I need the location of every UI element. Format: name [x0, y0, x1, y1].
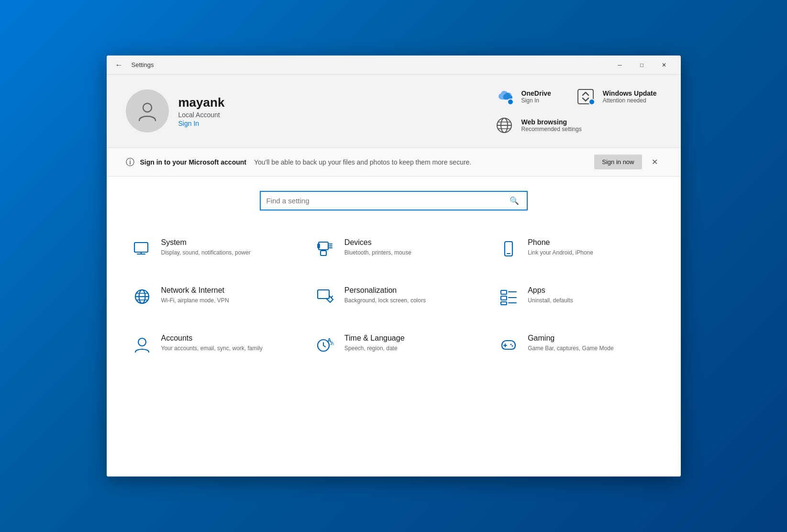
devices-setting[interactable]: Devices Bluetooth, printers, mouse [309, 230, 478, 268]
apps-name: Apps [528, 286, 573, 295]
apps-text: Apps Uninstall, defaults [528, 286, 573, 305]
windows-update-name: Windows Update [603, 89, 657, 97]
settings-grid: System Display, sound, notifications, po… [126, 230, 662, 364]
devices-icon [315, 238, 336, 259]
search-button[interactable]: 🔍 [508, 194, 521, 207]
search-box: 🔍 [260, 191, 528, 211]
phone-desc: Link your Android, iPhone [528, 249, 593, 257]
time-language-setting[interactable]: A あ Time & Language Speech, region, date [309, 325, 478, 364]
svg-rect-7 [134, 243, 148, 252]
gaming-text: Gaming Game Bar, captures, Game Mode [528, 334, 613, 353]
onedrive-info: OneDrive Sign In [521, 89, 551, 104]
onedrive-icon-wrap [494, 87, 515, 106]
banner-main-text: Sign in to your Microsoft account [140, 158, 246, 166]
phone-text: Phone Link your Android, iPhone [528, 238, 593, 257]
svg-point-0 [143, 103, 152, 112]
windows-update-info: Windows Update Attention needed [603, 89, 657, 104]
sign-in-now-button[interactable]: Sign in now [594, 155, 642, 169]
svg-line-25 [331, 296, 333, 298]
svg-rect-12 [321, 251, 326, 255]
windows-update-status-dot [588, 99, 595, 105]
ms-account-banner: ⓘ Sign in to your Microsoft account You'… [107, 148, 681, 177]
svg-point-40 [510, 344, 512, 345]
window-title: Settings [132, 61, 609, 68]
devices-text: Devices Bluetooth, printers, mouse [344, 238, 411, 257]
devices-desc: Bluetooth, printers, mouse [344, 249, 411, 257]
gaming-desc: Game Bar, captures, Game Mode [528, 344, 613, 353]
system-desc: Display, sound, notifications, power [161, 249, 251, 257]
svg-text:あ: あ [330, 341, 334, 345]
svg-rect-26 [501, 290, 507, 294]
user-type: Local Account [178, 111, 225, 119]
user-name: mayank [178, 95, 225, 110]
user-avatar-icon [135, 99, 159, 123]
accounts-setting[interactable]: Accounts Your accounts, email, sync, wor… [126, 325, 295, 364]
network-name: Network & Internet [161, 286, 229, 295]
network-text: Network & Internet Wi-Fi, airplane mode,… [161, 286, 229, 305]
system-icon [132, 238, 153, 259]
personalization-setting[interactable]: Personalization Background, lock screen,… [309, 277, 478, 316]
onedrive-desc: Sign In [521, 97, 551, 104]
banner-sub-text: You'll be able to back up your files and… [254, 158, 588, 166]
accounts-text: Accounts Your accounts, email, sync, wor… [161, 334, 263, 353]
system-setting[interactable]: System Display, sound, notifications, po… [126, 230, 295, 268]
system-name: System [161, 238, 251, 247]
apps-setting[interactable]: Apps Uninstall, defaults [492, 277, 661, 316]
devices-name: Devices [344, 238, 411, 247]
onedrive-service[interactable]: OneDrive Sign In [489, 84, 556, 109]
settings-window: ← Settings ─ □ ✕ mayank Local Account Si… [107, 55, 681, 477]
accounts-icon [132, 334, 153, 355]
main-content: 🔍 System Display, sound, notifications, … [107, 177, 681, 477]
web-browsing-name: Web browsing [521, 118, 582, 126]
maximize-button[interactable]: □ [631, 55, 653, 75]
apps-desc: Uninstall, defaults [528, 297, 573, 305]
web-browsing-desc: Recommended settings [521, 126, 582, 133]
minimize-button[interactable]: ─ [609, 55, 631, 75]
personalization-name: Personalization [344, 286, 426, 295]
web-browsing-info: Web browsing Recommended settings [521, 118, 582, 133]
svg-rect-10 [319, 242, 328, 250]
windows-update-service[interactable]: Windows Update Attention needed [570, 84, 662, 109]
user-section: mayank Local Account Sign In [126, 89, 225, 133]
gaming-setting[interactable]: Gaming Game Bar, captures, Game Mode [492, 325, 661, 364]
svg-line-35 [323, 345, 325, 347]
accounts-name: Accounts [161, 334, 263, 343]
user-info: mayank Local Account Sign In [178, 95, 225, 127]
network-setting[interactable]: Network & Internet Wi-Fi, airplane mode,… [126, 277, 295, 316]
avatar [126, 89, 169, 133]
personalization-desc: Background, lock screen, colors [344, 297, 426, 305]
search-input[interactable] [266, 192, 508, 210]
time-language-name: Time & Language [344, 334, 405, 343]
window-controls: ─ □ ✕ [609, 55, 675, 75]
network-icon [132, 286, 153, 307]
web-browsing-service[interactable]: Web browsing Recommended settings [489, 113, 587, 138]
personalization-icon [315, 286, 336, 307]
network-desc: Wi-Fi, airplane mode, VPN [161, 297, 229, 305]
close-button[interactable]: ✕ [653, 55, 675, 75]
banner-close-button[interactable]: ✕ [648, 155, 662, 168]
onedrive-status-dot [507, 99, 514, 105]
web-browsing-icon [495, 116, 513, 134]
web-browsing-icon-wrap [494, 116, 515, 135]
gaming-name: Gaming [528, 334, 613, 343]
title-bar: ← Settings ─ □ ✕ [107, 55, 681, 75]
windows-update-icon-wrap [575, 87, 596, 106]
time-language-icon: A あ [315, 334, 336, 355]
time-language-text: Time & Language Speech, region, date [344, 334, 405, 353]
phone-name: Phone [528, 238, 593, 247]
phone-setting[interactable]: Phone Link your Android, iPhone [492, 230, 661, 268]
search-container: 🔍 [126, 191, 662, 211]
accounts-desc: Your accounts, email, sync, work, family [161, 344, 263, 353]
windows-update-desc: Attention needed [603, 97, 657, 104]
services-section: OneDrive Sign In Win [489, 84, 662, 138]
header-area: mayank Local Account Sign In [107, 75, 681, 148]
system-text: System Display, sound, notifications, po… [161, 238, 251, 257]
gaming-icon [498, 334, 519, 355]
svg-rect-28 [501, 296, 507, 300]
svg-point-41 [512, 345, 513, 347]
svg-rect-24 [318, 290, 329, 299]
time-language-desc: Speech, region, date [344, 344, 405, 353]
back-button[interactable]: ← [112, 59, 126, 71]
apps-icon [498, 286, 519, 307]
user-signin-link[interactable]: Sign In [178, 120, 225, 127]
